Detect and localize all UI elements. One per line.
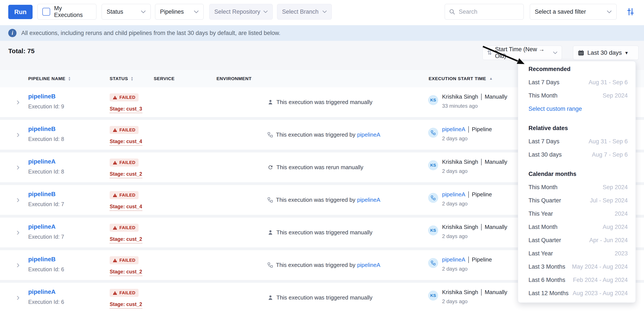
status-label: FAILED: [120, 128, 136, 132]
column-execution-start-time[interactable]: EXECUTION START TIME ▲: [428, 70, 493, 87]
trigger-text: This execution was triggered manually: [276, 99, 372, 106]
failed-stage-link[interactable]: Stage: cust_2: [110, 302, 142, 308]
date-range-option-label: Last 12 Months: [528, 290, 569, 297]
pipelines-filter-dropdown[interactable]: Pipelines: [155, 4, 204, 20]
pipeline-name-link[interactable]: pipelineB: [28, 93, 56, 100]
pipeline-name-link[interactable]: pipelineA: [28, 223, 56, 230]
executor-pipeline-link[interactable]: pipelineA: [442, 256, 465, 263]
execution-id: Execution Id: 6: [28, 266, 64, 272]
date-range-option-label: Last Month: [528, 224, 558, 230]
trigger-pipeline-link[interactable]: pipelineA: [357, 262, 380, 268]
executor-name: Krishika Singh: [442, 94, 478, 100]
date-range-button[interactable]: Last 30 days ▾: [573, 46, 638, 60]
executor-name: Krishika Singh: [442, 224, 478, 230]
failed-stage-link[interactable]: Stage: cust_4: [110, 204, 142, 211]
status-badge: FAILED: [110, 289, 138, 297]
date-range-option[interactable]: Last 6 Months Feb 2024 - Aug 2024: [518, 274, 636, 287]
column-status[interactable]: STATUS ▲▼: [110, 70, 134, 87]
separator-bar: [481, 289, 482, 296]
column-label: EXECUTION START TIME: [428, 76, 486, 81]
avatar-pipeline-icon: [431, 130, 436, 135]
execution-time-ago: 2 days ago: [442, 266, 468, 272]
failed-stage-link[interactable]: Stage: cust_2: [110, 269, 142, 276]
executor-avatar: KS: [428, 160, 438, 170]
column-environment: ENVIRONMENT: [216, 70, 252, 87]
executor-pipeline-link[interactable]: pipelineA: [442, 191, 465, 198]
pipeline-name-link[interactable]: pipelineA: [28, 158, 56, 165]
failed-stage-link[interactable]: Stage: cust_4: [110, 138, 142, 146]
chevron-down-icon: [194, 10, 199, 13]
date-range-option[interactable]: This Year 2024: [518, 207, 636, 220]
expand-chevron-icon[interactable]: ›: [16, 97, 20, 106]
sort-label: Start Time (New → Old): [495, 46, 553, 60]
expand-chevron-icon[interactable]: ›: [16, 228, 20, 237]
trigger-pipeline-link[interactable]: pipelineA: [357, 132, 380, 138]
run-button[interactable]: Run: [8, 5, 32, 19]
info-banner: i All executions, including reruns and c…: [0, 25, 644, 41]
avatar-initials: KS: [430, 163, 436, 168]
date-range-option[interactable]: Last 12 Months Aug 2023 - Aug 2024: [518, 287, 636, 300]
date-range-option[interactable]: This Quarter Jul - Sep 2024: [518, 194, 636, 207]
date-range-option[interactable]: This Month Sep 2024: [518, 89, 636, 102]
execution-time-ago: 2 days ago: [442, 233, 468, 239]
date-range-option[interactable]: Last Month Aug 2024: [518, 220, 636, 234]
date-range-option-dates: 2023: [615, 250, 628, 257]
status-badge: FAILED: [110, 191, 138, 199]
select-branch-dropdown[interactable]: Select Branch: [277, 4, 332, 20]
pipeline-name-link[interactable]: pipelineA: [28, 288, 56, 295]
date-range-option[interactable]: Last Quarter Apr - Jun 2024: [518, 234, 636, 247]
date-range-option-dates: Sep 2024: [602, 184, 628, 191]
sort-ascending-icon[interactable]: ▲: [489, 76, 493, 81]
sort-dropdown[interactable]: ⇅ Start Time (New → Old): [482, 46, 562, 60]
pipeline-name-link[interactable]: pipelineB: [28, 191, 56, 198]
sort-updown-icon[interactable]: ▲▼: [130, 76, 133, 81]
failed-stage-link[interactable]: Stage: cust_3: [110, 106, 142, 113]
saved-filter-dropdown[interactable]: Select a saved filter: [530, 4, 617, 20]
date-range-option-label: Last Quarter: [528, 237, 561, 244]
date-menu-section-header: Calendar months: [518, 168, 636, 181]
date-range-option[interactable]: Last 7 Days Aug 31 - Sep 6: [518, 76, 636, 89]
expand-chevron-icon[interactable]: ›: [16, 195, 20, 204]
column-label: ENVIRONMENT: [216, 76, 252, 81]
failed-stage-link[interactable]: Stage: cust_2: [110, 171, 142, 178]
column-pipeline-name[interactable]: PIPELINE NAME ▲▼: [28, 70, 71, 87]
separator-bar: [481, 94, 482, 100]
date-range-option[interactable]: Select custom range: [518, 102, 636, 116]
column-label: STATUS: [110, 76, 128, 81]
executor-line: Krishika Singh Manually: [442, 289, 507, 296]
my-executions-toggle[interactable]: My Executions: [37, 4, 96, 20]
select-repository-dropdown[interactable]: Select Repository: [209, 4, 273, 20]
date-range-option-dates: May 2024 - Aug 2024: [572, 264, 628, 270]
pipeline-name-link[interactable]: pipelineB: [28, 126, 56, 132]
date-range-option[interactable]: Last 3 Months May 2024 - Aug 2024: [518, 260, 636, 274]
trigger-info: This execution was triggered by pipeline…: [268, 120, 380, 150]
avatar-pipeline-icon: [431, 260, 436, 266]
trigger-pipeline-link[interactable]: pipelineA: [357, 196, 380, 203]
pipeline-trigger-icon: [268, 262, 273, 268]
filter-settings-button[interactable]: [625, 6, 636, 17]
expand-chevron-icon[interactable]: ›: [16, 130, 20, 139]
expand-chevron-icon[interactable]: ›: [16, 260, 20, 269]
date-range-option[interactable]: This Month Sep 2024: [518, 181, 636, 194]
date-range-option[interactable]: Last Year 2023: [518, 247, 636, 260]
search-box[interactable]: [445, 4, 524, 20]
chevron-down-icon: [322, 10, 327, 13]
date-range-option[interactable]: Last 30 days Aug 7 - Sep 6: [518, 148, 636, 161]
user-icon: [268, 295, 273, 300]
search-input[interactable]: [458, 8, 520, 16]
pipeline-name-link[interactable]: pipelineB: [28, 256, 56, 263]
executor-mode: Manually: [485, 289, 507, 296]
executor-pipeline-link[interactable]: pipelineA: [442, 126, 465, 133]
my-executions-checkbox[interactable]: [42, 8, 50, 16]
executor-avatar: KS: [428, 290, 438, 300]
status-filter-dropdown[interactable]: Status: [102, 4, 151, 20]
sort-updown-icon[interactable]: ▲▼: [68, 76, 71, 81]
status-label: FAILED: [120, 193, 136, 198]
date-range-option[interactable]: Last 7 Days Aug 31 - Sep 6: [518, 135, 636, 148]
executor-line: pipelineA Pipeline: [442, 126, 492, 133]
expand-chevron-icon[interactable]: ›: [16, 162, 20, 172]
warning-icon: [113, 193, 117, 198]
failed-stage-link[interactable]: Stage: cust_2: [110, 236, 142, 244]
expand-chevron-icon[interactable]: ›: [16, 293, 20, 302]
separator-bar: [468, 256, 469, 263]
